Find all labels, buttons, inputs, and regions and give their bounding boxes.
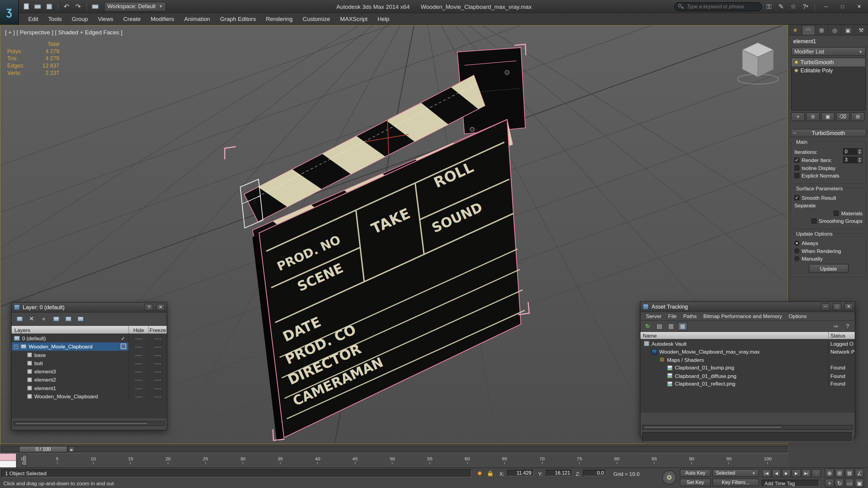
hide-cell[interactable]: ---- xyxy=(129,351,149,359)
hide-column-header[interactable]: Hide xyxy=(129,326,149,333)
isolate-selection-toggle[interactable] xyxy=(475,469,484,477)
hide-cell[interactable]: ---- xyxy=(129,343,149,351)
minimize-icon[interactable]: ─ xyxy=(821,303,830,311)
asset-row[interactable]: Maps / Shaders xyxy=(641,356,855,364)
set-key-button[interactable]: Set Key xyxy=(680,479,711,486)
redo-icon[interactable]: ↷ xyxy=(73,2,83,11)
show-end-result-button[interactable]: ≣ xyxy=(806,112,819,121)
application-menu-button[interactable]: Ʒ xyxy=(0,0,19,25)
select-objects-in-layer-button[interactable] xyxy=(51,314,61,324)
configure-modifier-sets-button[interactable]: ⊞ xyxy=(851,112,865,121)
tab-modify-icon[interactable]: ◠ xyxy=(802,25,815,35)
manually-radio[interactable] xyxy=(794,256,799,261)
spinner-arrows-icon[interactable]: ▲▼ xyxy=(857,149,862,154)
asset-row[interactable]: Wooden_Movie_Clapboard_max_vray.max Netw… xyxy=(641,348,855,356)
asset-menu-item[interactable]: Paths xyxy=(680,313,700,319)
key-mode-toggle[interactable]: ◦ xyxy=(811,469,821,477)
modifier-stack[interactable]: TurboSmooth Editable Poly xyxy=(791,58,866,111)
minimize-button[interactable]: ─ xyxy=(819,2,833,11)
collapse-expander-icon[interactable]: − xyxy=(14,345,18,349)
hide-cell[interactable]: ---- xyxy=(129,334,149,343)
freeze-cell[interactable]: ---- xyxy=(149,392,166,400)
asset-tracking-dialog[interactable]: Asset Tracking ─ □ ✕ ServerFilePathsBitm… xyxy=(640,302,855,437)
when-rendering-radio[interactable] xyxy=(794,249,799,253)
remove-modifier-button[interactable]: ⌫ xyxy=(836,112,849,121)
layer-object-row[interactable]: Wooden_Movie_Clapboard ---- ---- xyxy=(11,392,166,400)
create-new-layer-button[interactable] xyxy=(14,314,24,324)
smooth-result-checkbox[interactable] xyxy=(794,195,799,200)
set-current-layer-button[interactable] xyxy=(63,314,73,324)
viewport-shading-menu[interactable]: [ Shaded + Edged Faces ] xyxy=(55,29,122,36)
y-coordinate-field[interactable]: 16.121 xyxy=(546,470,572,477)
menu-item[interactable]: Animation xyxy=(179,13,215,24)
x-coordinate-field[interactable]: 11.429 xyxy=(507,470,534,477)
menu-item[interactable]: Views xyxy=(93,13,118,24)
z-coordinate-field[interactable]: 0.0 xyxy=(583,470,606,477)
favorites-icon[interactable]: ☆ xyxy=(788,2,798,11)
layer-object-row[interactable]: element2 ---- ---- xyxy=(11,376,166,384)
previous-frame-button[interactable]: ◀ xyxy=(772,469,781,477)
next-frame-button[interactable]: ▶ xyxy=(69,446,75,452)
layer-row[interactable]: − Wooden_Movie_Clapboard ---- ---- xyxy=(11,343,166,351)
layer-row[interactable]: 0 (default) ✓ ---- ---- xyxy=(11,334,166,343)
smoothing-groups-checkbox[interactable] xyxy=(811,219,816,224)
menu-item[interactable]: Graph Editors xyxy=(215,13,261,24)
track-bar[interactable]: 0 5 10 15 20 xyxy=(0,453,788,467)
close-icon[interactable]: ✕ xyxy=(844,303,853,311)
spinner-arrows-icon[interactable]: ▲▼ xyxy=(857,157,862,163)
freeze-cell[interactable]: ---- xyxy=(149,334,166,343)
open-file-icon[interactable] xyxy=(33,2,42,11)
viewport-pov-menu[interactable]: [ Perspective ] xyxy=(17,29,53,36)
zoom-extents-icon[interactable]: ⊠ xyxy=(845,468,854,477)
time-slider-handle[interactable]: 0 / 100 xyxy=(19,446,67,453)
orbit-icon[interactable]: ↻ xyxy=(835,479,844,487)
freeze-cell[interactable]: ---- xyxy=(149,343,166,351)
undo-icon[interactable]: ↶ xyxy=(61,2,71,11)
workspace-selector[interactable]: Workspace: Default ▼ xyxy=(104,2,166,11)
menu-item[interactable]: Group xyxy=(67,13,93,24)
explicit-normals-checkbox[interactable] xyxy=(794,173,799,178)
zoom-icon[interactable]: ⊕ xyxy=(825,468,834,477)
time-slider[interactable]: 0 / 100 ▶ xyxy=(0,444,788,453)
scrollbar-thumb[interactable] xyxy=(15,422,148,425)
key-filters-button[interactable]: Key Filters... xyxy=(713,479,759,486)
base-object-icon[interactable] xyxy=(794,69,798,73)
asset-row[interactable]: Clapboard_01_bump.png Found xyxy=(641,364,855,371)
menu-item[interactable]: Help xyxy=(372,13,394,24)
sign-in-icon[interactable]: ⚿ xyxy=(764,2,774,11)
selection-lock-toggle[interactable] xyxy=(486,469,494,477)
close-icon[interactable]: ✕ xyxy=(156,304,165,311)
communication-center-icon[interactable]: ✎ xyxy=(776,2,786,11)
menu-item[interactable]: MAXScript xyxy=(335,13,372,24)
turbosmooth-rollout-header[interactable]: − TurboSmooth xyxy=(790,129,866,137)
listener-script-row[interactable] xyxy=(0,461,16,468)
modifier-stack-item[interactable]: Editable Poly xyxy=(792,66,865,74)
menu-item[interactable]: Tools xyxy=(43,13,67,24)
freeze-cell[interactable]: ---- xyxy=(149,384,166,392)
layer-dialog[interactable]: Layer: 0 (default) ? ✕ ✕ ＋ Layers Hide F… xyxy=(11,302,167,430)
layer-object-row[interactable]: element1 ---- ---- xyxy=(11,384,166,392)
zoom-all-icon[interactable]: ⊞ xyxy=(835,468,844,477)
tab-display-icon[interactable]: ▣ xyxy=(841,25,855,35)
help-search-box[interactable] xyxy=(674,2,762,11)
always-radio[interactable] xyxy=(794,240,799,246)
materials-checkbox[interactable] xyxy=(834,211,839,216)
help-menu-icon[interactable]: ?▾ xyxy=(801,2,810,11)
add-selection-to-layer-button[interactable]: ＋ xyxy=(39,314,49,324)
freeze-column-header[interactable]: Freeze xyxy=(149,326,166,333)
isoline-display-checkbox[interactable] xyxy=(794,165,799,170)
highlight-selected-layer-button[interactable] xyxy=(75,314,85,324)
play-button[interactable]: ▶ xyxy=(782,469,791,477)
layer-object-row[interactable]: base ---- ---- xyxy=(11,351,166,359)
go-to-end-button[interactable]: ▶| xyxy=(802,469,811,477)
clapboard-model[interactable]: PROD. NO SCENE TAKE ROLL SOUND DATE PROD… xyxy=(240,47,525,441)
add-time-tag-field[interactable]: Add Time Tag xyxy=(762,480,819,487)
asset-menu-item[interactable]: Bitmap Performance and Memory xyxy=(700,313,785,319)
maxscript-mini-listener[interactable] xyxy=(0,454,17,468)
asset-row[interactable]: Clapboard_01_reflect.png Found xyxy=(641,380,855,388)
status-column-header[interactable]: Status xyxy=(829,332,855,339)
pin-stack-button[interactable]: ⌖ xyxy=(791,112,805,121)
asset-menu-item[interactable]: File xyxy=(665,313,680,319)
freeze-cell[interactable]: ---- xyxy=(149,351,166,359)
next-frame-step-button[interactable]: ▶ xyxy=(792,469,801,477)
